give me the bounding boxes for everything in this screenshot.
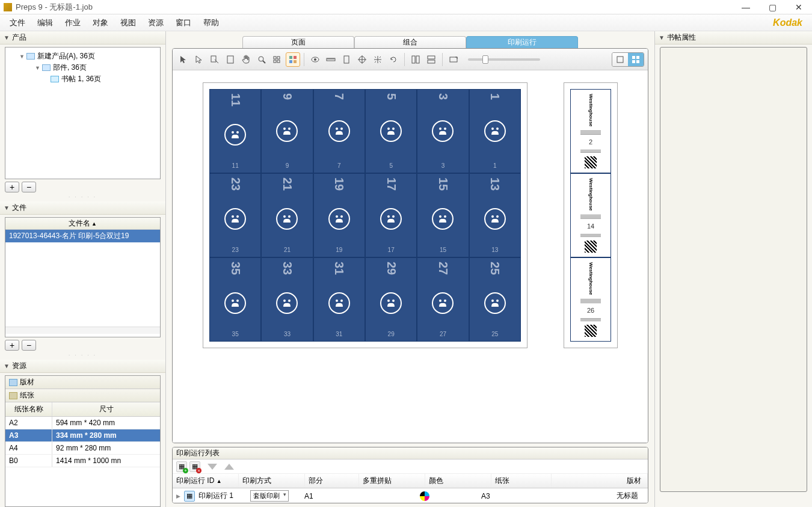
- page-select-tool[interactable]: [208, 52, 222, 67]
- resources-header[interactable]: ▼ 资源: [0, 360, 165, 373]
- card-slot-front[interactable]: 33 33: [261, 257, 313, 342]
- tab-pressrun[interactable]: 印刷运行: [466, 36, 578, 48]
- card-slot-front[interactable]: 19 19: [313, 173, 365, 257]
- runlist-header: 印刷运行列表: [173, 447, 648, 459]
- card-slot-back[interactable]: Westinghouse 26: [570, 257, 611, 342]
- svg-point-35: [444, 128, 446, 130]
- align-tool[interactable]: [371, 52, 385, 67]
- move-up-button[interactable]: [224, 464, 234, 470]
- card-slot-front[interactable]: 21 21: [261, 173, 313, 257]
- card-slot-front[interactable]: 27 27: [417, 257, 469, 342]
- card-slot-front[interactable]: 3 3: [417, 89, 469, 173]
- select-tool[interactable]: [192, 52, 206, 67]
- col-color[interactable]: 颜色: [425, 474, 491, 488]
- close-button[interactable]: ✕: [786, 1, 812, 14]
- card-slot-front[interactable]: 31 31: [313, 257, 365, 342]
- add-run-button[interactable]: ▦+: [176, 461, 187, 472]
- paper-row[interactable]: A492 mm * 280 mm: [5, 442, 160, 455]
- tree-signature[interactable]: 书帖 1, 36页: [8, 73, 157, 85]
- marquee-tool[interactable]: [270, 52, 285, 67]
- menu-window[interactable]: 窗口: [170, 15, 197, 31]
- menu-resources[interactable]: 资源: [142, 15, 170, 31]
- menu-job[interactable]: 作业: [59, 15, 87, 31]
- properties-header[interactable]: ▼ 书帖属性: [655, 31, 812, 45]
- ruler-tool[interactable]: [324, 52, 338, 67]
- view-grid[interactable]: [628, 53, 644, 66]
- tab-assembly[interactable]: 组合: [354, 36, 466, 48]
- menu-help[interactable]: 帮助: [197, 15, 225, 31]
- files-header[interactable]: ▼ 文件: [0, 201, 165, 215]
- card-slot-front[interactable]: 17 17: [365, 173, 417, 257]
- tab-media[interactable]: 版材: [5, 376, 160, 389]
- card-slot-front[interactable]: 1 1: [469, 89, 521, 173]
- menu-object[interactable]: 对象: [87, 15, 114, 31]
- card-slot-front[interactable]: 5 5: [365, 89, 417, 173]
- col-run-id[interactable]: 印刷运行 ID ▲: [173, 474, 239, 488]
- col-part[interactable]: 部分: [305, 474, 359, 488]
- hand-tool[interactable]: [239, 52, 253, 67]
- svg-point-57: [392, 300, 395, 302]
- tree-part[interactable]: ▼部件, 36页: [8, 62, 157, 73]
- col-paper[interactable]: 纸张: [491, 474, 552, 488]
- card-slot-back[interactable]: Westinghouse 2: [570, 89, 611, 173]
- add-file-button[interactable]: +: [5, 340, 19, 351]
- runlist-panel: 印刷运行列表 ▦+ ▦× 印刷运行 ID ▲ 印刷方式 部分 多重拼贴 颜色 纸…: [172, 447, 648, 503]
- pointer-tool[interactable]: [176, 52, 191, 67]
- col-plate[interactable]: 版材: [552, 474, 648, 488]
- maximize-button[interactable]: ▢: [759, 1, 786, 14]
- menu-edit[interactable]: 编辑: [31, 15, 59, 31]
- remove-file-button[interactable]: −: [22, 340, 36, 351]
- layout-tool-2[interactable]: [424, 52, 438, 67]
- card-slot-front[interactable]: 13 13: [469, 173, 521, 257]
- delete-run-button[interactable]: ▦×: [189, 461, 200, 472]
- card-slot-front[interactable]: 7 7: [313, 89, 365, 173]
- card-slot-front[interactable]: 23 23: [209, 173, 261, 257]
- card-slot-front[interactable]: 29 29: [365, 257, 417, 342]
- layout-tool-1[interactable]: [408, 52, 423, 67]
- sheet-back[interactable]: Westinghouse 2 Westinghouse 14 Westingho…: [564, 82, 618, 348]
- grid-tool[interactable]: [286, 52, 300, 67]
- view-single[interactable]: [612, 53, 628, 66]
- card-slot-front[interactable]: 15 15: [417, 173, 469, 257]
- sheet-front[interactable]: 11 119 97 75 53 31 123 2321 2119 1917 17…: [203, 82, 527, 348]
- rotate-tool[interactable]: [386, 52, 401, 67]
- crosshair-tool[interactable]: [355, 52, 369, 67]
- products-header[interactable]: ▼ 产品: [0, 31, 165, 45]
- move-down-button[interactable]: [208, 464, 217, 470]
- page-tool[interactable]: [339, 52, 354, 67]
- tab-paper[interactable]: 纸张: [5, 389, 160, 402]
- zoom-slider[interactable]: [468, 58, 540, 61]
- tab-pages[interactable]: 页面: [242, 36, 354, 48]
- card-slot-back[interactable]: Westinghouse 14: [570, 173, 611, 257]
- card-slot-front[interactable]: 9 9: [261, 89, 313, 173]
- col-multi[interactable]: 多重拼贴: [359, 474, 425, 488]
- svg-rect-25: [636, 60, 639, 63]
- product-tree[interactable]: ▼新建产品(A), 36页 ▼部件, 36页 书帖 1, 36页: [5, 47, 161, 179]
- menu-view[interactable]: 视图: [114, 15, 142, 31]
- add-button[interactable]: +: [5, 182, 19, 192]
- run-row[interactable]: ▶ ▦ 印刷运行 1 套版印刷 A1 A3 无标题: [173, 488, 648, 503]
- col-method[interactable]: 印刷方式: [239, 474, 305, 488]
- expand-tool[interactable]: [446, 52, 461, 67]
- new-page-tool[interactable]: [223, 52, 238, 67]
- file-row[interactable]: 1927013-46443-名片 印刷-5合双过19: [5, 230, 160, 242]
- paper-col-size[interactable]: 尺寸: [52, 402, 160, 416]
- zoom-tool[interactable]: [254, 52, 269, 67]
- app-icon: [4, 3, 12, 11]
- minimize-button[interactable]: —: [733, 1, 759, 14]
- card-slot-front[interactable]: 25 25: [469, 257, 521, 342]
- svg-rect-20: [450, 57, 457, 62]
- remove-button[interactable]: −: [22, 182, 36, 192]
- card-slot-front[interactable]: 35 35: [209, 257, 261, 342]
- paper-row[interactable]: A2594 mm * 420 mm: [5, 417, 160, 429]
- method-combo[interactable]: 套版印刷: [250, 490, 289, 502]
- tree-root[interactable]: ▼新建产品(A), 36页: [8, 51, 157, 62]
- paper-col-name[interactable]: 纸张名称: [5, 402, 52, 416]
- preview-tool[interactable]: [308, 52, 322, 67]
- canvas-area[interactable]: 11 119 97 75 53 31 123 2321 2119 1917 17…: [173, 70, 648, 443]
- card-slot-front[interactable]: 11 11: [209, 89, 261, 173]
- menu-file[interactable]: 文件: [4, 15, 31, 31]
- files-column-header[interactable]: 文件名 ▲: [5, 218, 160, 230]
- paper-row[interactable]: A3334 mm * 280 mm: [5, 429, 160, 442]
- paper-row[interactable]: B01414 mm * 1000 mn: [5, 455, 160, 467]
